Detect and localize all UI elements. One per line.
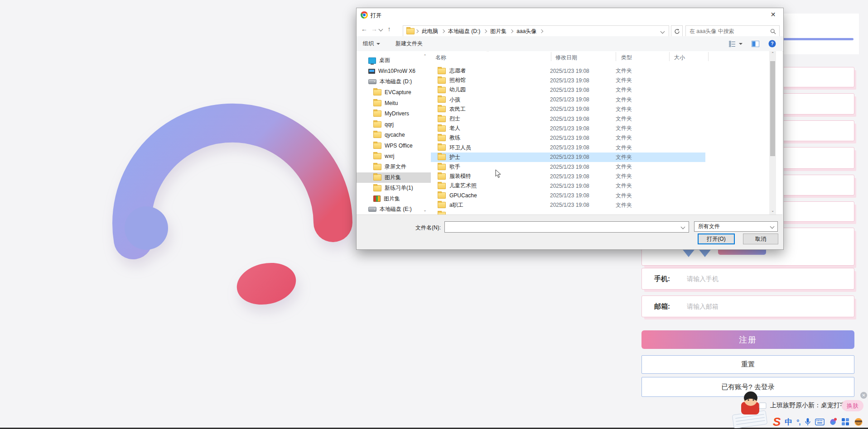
refresh-button[interactable]: [671, 25, 683, 37]
sidebar-item-folder[interactable]: Meitu: [357, 98, 431, 109]
forward-icon[interactable]: →: [369, 25, 379, 33]
file-row[interactable]: 服装模特2025/1/23 19:08文件夹: [431, 172, 776, 181]
column-separator[interactable]: [616, 52, 616, 61]
breadcrumb-pictures[interactable]: 图片集: [487, 28, 509, 35]
microphone-icon[interactable]: [805, 418, 811, 426]
scroll-up-icon[interactable]: ⌃: [769, 52, 776, 56]
reset-button[interactable]: 重置: [641, 355, 854, 374]
column-header-type[interactable]: 类型: [621, 54, 632, 62]
folder-icon: [373, 164, 381, 170]
folder-icon: [373, 174, 381, 181]
open-button[interactable]: 打开(O): [698, 234, 735, 244]
sidebar-item-folder[interactable]: qycache: [357, 130, 431, 141]
sidebar-item-folder[interactable]: EVCapture: [357, 87, 431, 98]
file-row[interactable]: GPUCache2025/1/23 19:08文件夹: [431, 191, 776, 200]
breadcrumb-drive-d[interactable]: 本地磁盘 (D:): [445, 28, 483, 35]
breadcrumb-chevron-icon: [510, 29, 513, 33]
dialog-titlebar[interactable]: 打开 ✕: [357, 8, 783, 22]
file-row[interactable]: 歌手2025/1/23 19:08文件夹: [431, 162, 776, 172]
view-mode-button[interactable]: [724, 41, 747, 47]
file-row[interactable]: 烈士2025/1/23 19:08文件夹: [431, 114, 776, 124]
sidebar-item-folder[interactable]: qqrj: [357, 119, 431, 130]
sidebar-item-pictures-selected[interactable]: 图片集: [357, 172, 431, 183]
sidebar-item-folder[interactable]: WPS Office: [357, 140, 431, 151]
open-file-dialog: 打开 ✕ ← → ↑ 此电脑 本地磁盘 (D:) 图片集 aaa头像: [356, 8, 784, 250]
folder-icon: [373, 185, 381, 191]
file-row[interactable]: 志愿者2025/1/23 19:08文件夹: [431, 66, 776, 76]
address-bar[interactable]: 此电脑 本地磁盘 (D:) 图片集 aaa头像: [403, 25, 669, 37]
history-chevron-icon[interactable]: [379, 28, 382, 31]
column-separator[interactable]: [708, 52, 709, 61]
emoji-face-icon[interactable]: [854, 418, 863, 426]
register-button[interactable]: 注册: [641, 330, 854, 349]
file-row[interactable]: 农民工2025/1/23 19:08文件夹: [431, 105, 776, 114]
keyboard-icon[interactable]: [815, 419, 825, 425]
list-scrollbar[interactable]: ⌃ ⌄: [769, 51, 776, 214]
column-header-size[interactable]: 大小: [674, 54, 685, 62]
file-row-selected[interactable]: 护士2025/1/23 19:08文件夹: [431, 153, 705, 162]
list-view-icon: [729, 41, 736, 47]
dialog-close-button[interactable]: ✕: [763, 8, 783, 21]
file-row[interactable]: a职工2025/1/23 19:08文件夹: [431, 200, 776, 210]
help-button[interactable]: ?: [764, 40, 781, 48]
sidebar-item-archive[interactable]: 图片集: [357, 194, 431, 205]
gradient-arc-logo: [103, 100, 371, 386]
column-separator[interactable]: [669, 52, 670, 61]
scrollbar-thumb[interactable]: [770, 61, 775, 156]
column-header-name[interactable]: 名称: [435, 54, 446, 62]
pet-close-icon[interactable]: ✕: [860, 392, 867, 399]
sidebar-item-computer[interactable]: Win10ProW X6: [357, 66, 431, 77]
folder-icon: [438, 144, 446, 151]
sidebar-item-desktop[interactable]: 桌面: [357, 55, 431, 66]
desktop-pet-shinchan[interactable]: [729, 390, 775, 428]
sidebar-item-drive-d[interactable]: 本地磁盘 (D:): [357, 76, 431, 87]
file-row[interactable]: 儿童艺术照2025/1/23 19:08文件夹: [431, 181, 776, 191]
filename-input-wrap[interactable]: [444, 221, 689, 233]
folder-icon: [438, 135, 446, 141]
file-row[interactable]: 幼儿园2025/1/23 19:08文件夹: [431, 85, 776, 95]
sidebar-item-drive-e[interactable]: 本地磁盘 (E:): [357, 204, 431, 214]
preview-pane-button[interactable]: [747, 41, 764, 47]
search-box[interactable]: [685, 25, 780, 37]
up-icon[interactable]: ↑: [384, 25, 394, 33]
file-row[interactable]: 老人2025/1/23 19:08文件夹: [431, 124, 776, 133]
search-input[interactable]: [686, 28, 770, 34]
breadcrumb-aaa-avatar[interactable]: aaa头像: [514, 28, 539, 35]
filename-dropdown-icon[interactable]: [681, 225, 685, 229]
skin-change-badge[interactable]: 换肤: [842, 400, 863, 411]
back-icon[interactable]: ←: [359, 25, 369, 33]
cancel-button[interactable]: 取消: [743, 234, 778, 244]
filename-input[interactable]: [445, 224, 681, 230]
file-row[interactable]: 教练2025/1/23 19:08文件夹: [431, 133, 776, 143]
skin-paw-icon[interactable]: [829, 418, 837, 426]
organize-button[interactable]: 组织: [358, 40, 385, 48]
new-folder-button[interactable]: 新建文件夹: [391, 40, 427, 48]
sidebar-item-folder[interactable]: MyDrivers: [357, 109, 431, 119]
file-row[interactable]: 小孩2025/1/23 19:08文件夹: [431, 95, 776, 105]
sidebar-item-folder[interactable]: 录屏文件: [357, 162, 431, 172]
dialog-footer: 文件名(N): 所有文件 打开(O) 取消: [357, 214, 782, 249]
sidebar-scroll-up-icon[interactable]: ⌃: [423, 54, 427, 58]
ime-punctuation-icon[interactable]: °,: [796, 418, 800, 426]
email-field[interactable]: 邮箱: 请输入邮箱: [641, 296, 854, 317]
column-separator[interactable]: [551, 52, 551, 61]
file-row-partial[interactable]: [431, 210, 776, 214]
ime-mode-chinese[interactable]: 中: [785, 417, 792, 427]
dialog-title: 打开: [371, 12, 381, 19]
phone-field[interactable]: 手机: 请输入手机: [641, 268, 854, 290]
address-dropdown-icon[interactable]: [661, 29, 665, 33]
filetype-select[interactable]: 所有文件: [694, 221, 778, 232]
file-row[interactable]: 环卫人员2025/1/23 19:08文件夹: [431, 143, 776, 153]
sidebar-item-folder[interactable]: 新练习单(1): [357, 183, 431, 194]
sort-direction-icon[interactable]: ⌃: [486, 51, 490, 54]
file-row[interactable]: 照相馆2025/1/23 19:08文件夹: [431, 76, 776, 85]
svg-text:?: ?: [771, 41, 773, 46]
phone-placeholder: 请输入手机: [687, 275, 719, 283]
sidebar-item-folder[interactable]: wxrj: [357, 151, 431, 162]
column-header-date[interactable]: 修改日期: [555, 54, 577, 62]
drive-icon: [368, 207, 376, 212]
scroll-down-icon[interactable]: ⌄: [769, 209, 776, 213]
breadcrumb-this-pc[interactable]: 此电脑: [419, 28, 441, 35]
toolbox-grid-icon[interactable]: [841, 418, 849, 426]
sidebar-scroll-down-icon[interactable]: ⌄: [423, 208, 427, 212]
